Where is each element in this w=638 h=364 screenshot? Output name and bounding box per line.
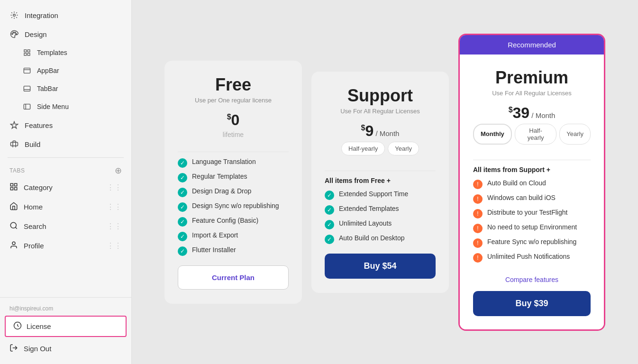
feature-item: ! Windows can build iOS bbox=[473, 194, 591, 204]
check-icon: ✓ bbox=[178, 217, 187, 227]
premium-features: ! Auto Build on Cloud ! Windows can buil… bbox=[473, 179, 591, 263]
feature-text: Regular Templates bbox=[192, 173, 247, 180]
sidebar-tab-home[interactable]: Home ⋮⋮ bbox=[0, 197, 131, 217]
premium-plan-subtitle: Use For All Regular Licenses bbox=[473, 90, 591, 97]
features-icon bbox=[9, 120, 19, 130]
svg-rect-8 bbox=[27, 53, 30, 55]
svg-point-1 bbox=[12, 34, 13, 35]
sidebar-item-appbar-label: AppBar bbox=[37, 67, 59, 74]
sidebar-divider bbox=[8, 157, 124, 158]
support-plan-subtitle: Use For All Regular Licenses bbox=[325, 108, 436, 115]
sidebar-tab-category[interactable]: Category ⋮⋮ bbox=[0, 178, 131, 197]
add-tab-button[interactable]: ⊕ bbox=[115, 165, 122, 176]
svg-line-20 bbox=[15, 227, 17, 228]
premium-billing-yearly[interactable]: Yearly bbox=[559, 124, 591, 145]
check-icon: ✓ bbox=[325, 205, 334, 215]
support-cta-button[interactable]: Buy $54 bbox=[325, 254, 436, 279]
free-plan-note: lifetime bbox=[178, 131, 289, 138]
orange-check-icon: ! bbox=[473, 209, 483, 218]
premium-billing-halfyearly[interactable]: Half-yearly bbox=[515, 124, 557, 145]
orange-check-icon: ! bbox=[473, 224, 483, 233]
orange-check-icon: ! bbox=[473, 253, 483, 263]
support-divider bbox=[325, 171, 436, 171]
orange-check-icon: ! bbox=[473, 238, 483, 248]
sidebar-item-sidemenu[interactable]: Side Menu bbox=[0, 98, 131, 116]
free-plan-title: Free bbox=[178, 75, 289, 95]
svg-rect-18 bbox=[15, 188, 17, 190]
signout-icon bbox=[9, 344, 18, 354]
sidebar-item-build-label: Build bbox=[25, 140, 40, 148]
feature-item: ✓ Flutter Installer bbox=[178, 246, 289, 256]
templates-icon bbox=[23, 48, 31, 57]
support-billing-toggle: Half-yearly Yearly bbox=[325, 142, 436, 155]
free-cta-button[interactable]: Current Plan bbox=[178, 265, 289, 290]
feature-item: ! Feature Sync w/o republishing bbox=[473, 238, 591, 248]
sidebar-item-appbar[interactable]: AppBar bbox=[0, 62, 131, 80]
signout-label: Sign Out bbox=[24, 345, 51, 353]
premium-plan-title: Premium bbox=[473, 68, 591, 88]
sidebar-nav: Integration Design Templates AppBar TabB bbox=[0, 0, 131, 297]
svg-rect-17 bbox=[10, 188, 13, 190]
user-email: hi@inspireui.com bbox=[0, 303, 131, 314]
svg-point-19 bbox=[10, 222, 16, 228]
sidebar-item-build[interactable]: Build bbox=[0, 135, 131, 154]
premium-features-label: All items from Support + bbox=[473, 166, 591, 173]
sidebar-tab-search[interactable]: Search ⋮⋮ bbox=[0, 217, 131, 236]
signout-item[interactable]: Sign Out bbox=[0, 339, 131, 358]
tabs-section-header: Tabs ⊕ bbox=[0, 162, 131, 178]
plan-card-support: Support Use For All Regular Licenses $9 … bbox=[311, 72, 449, 293]
support-plan-title: Support bbox=[325, 86, 436, 106]
premium-billing-monthly[interactable]: Monthly bbox=[473, 124, 512, 145]
appbar-icon bbox=[23, 66, 31, 75]
premium-cta-button[interactable]: Buy $39 bbox=[473, 291, 591, 316]
license-icon bbox=[13, 321, 22, 331]
sidebar-item-features[interactable]: Features bbox=[0, 116, 131, 135]
svg-point-4 bbox=[16, 34, 17, 35]
svg-rect-13 bbox=[24, 104, 30, 109]
orange-check-icon: ! bbox=[473, 194, 483, 204]
support-features-label: All items from Free + bbox=[325, 177, 436, 184]
sidebar-item-integration[interactable]: Integration bbox=[0, 6, 131, 25]
premium-card-inner: Premium Use For All Regular Licenses $39… bbox=[460, 55, 604, 329]
svg-point-3 bbox=[15, 32, 16, 33]
category-icon bbox=[9, 182, 18, 192]
sidebar-item-templates[interactable]: Templates bbox=[0, 44, 131, 62]
feature-text: Flutter Installer bbox=[192, 246, 236, 254]
sidebar-item-design[interactable]: Design bbox=[0, 25, 131, 44]
svg-point-2 bbox=[13, 32, 14, 33]
support-billing-yearly[interactable]: Yearly bbox=[388, 142, 419, 155]
feature-item: ! Unlimited Push Notifications bbox=[473, 253, 591, 263]
design-icon bbox=[9, 29, 19, 39]
free-divider bbox=[178, 152, 289, 152]
license-item[interactable]: License bbox=[5, 316, 127, 337]
sidebar-tab-profile[interactable]: Profile ⋮⋮ bbox=[0, 236, 131, 255]
check-icon: ✓ bbox=[178, 158, 187, 168]
sidebar-item-integration-label: Integration bbox=[25, 11, 58, 19]
feature-text: Design Sync w/o republishing bbox=[192, 202, 279, 209]
sidebar-item-design-label: Design bbox=[25, 30, 47, 38]
person-icon bbox=[9, 241, 18, 251]
main-content: Free Use per One regular license $0 life… bbox=[132, 0, 638, 364]
feature-text: No need to setup Environment bbox=[487, 223, 577, 231]
svg-rect-11 bbox=[24, 86, 30, 91]
feature-item: ! Auto Build on Cloud bbox=[473, 179, 591, 189]
drag-handle-search[interactable]: ⋮⋮ bbox=[107, 222, 122, 231]
drag-handle-category[interactable]: ⋮⋮ bbox=[107, 183, 122, 192]
feature-text: Auto Build on Desktop bbox=[339, 234, 405, 242]
feature-item: ✓ Auto Build on Desktop bbox=[325, 234, 436, 244]
sidebar-item-sidemenu-label: Side Menu bbox=[37, 103, 69, 110]
drag-handle-home[interactable]: ⋮⋮ bbox=[107, 202, 122, 211]
drag-handle-profile[interactable]: ⋮⋮ bbox=[107, 241, 122, 250]
svg-rect-16 bbox=[15, 183, 17, 186]
support-billing-halfyearly[interactable]: Half-yearly bbox=[341, 142, 385, 155]
svg-point-0 bbox=[13, 14, 16, 17]
sidemenu-icon bbox=[23, 102, 31, 111]
sidebar-item-tabbar[interactable]: TabBar bbox=[0, 80, 131, 98]
svg-rect-15 bbox=[10, 183, 13, 186]
feature-item: ✓ Regular Templates bbox=[178, 173, 289, 182]
svg-rect-5 bbox=[24, 50, 27, 52]
feature-item: ! No need to setup Environment bbox=[473, 223, 591, 233]
svg-rect-6 bbox=[27, 50, 30, 52]
feature-item: ✓ Language Translation bbox=[178, 158, 289, 168]
compare-features-link[interactable]: Compare features bbox=[473, 276, 591, 283]
